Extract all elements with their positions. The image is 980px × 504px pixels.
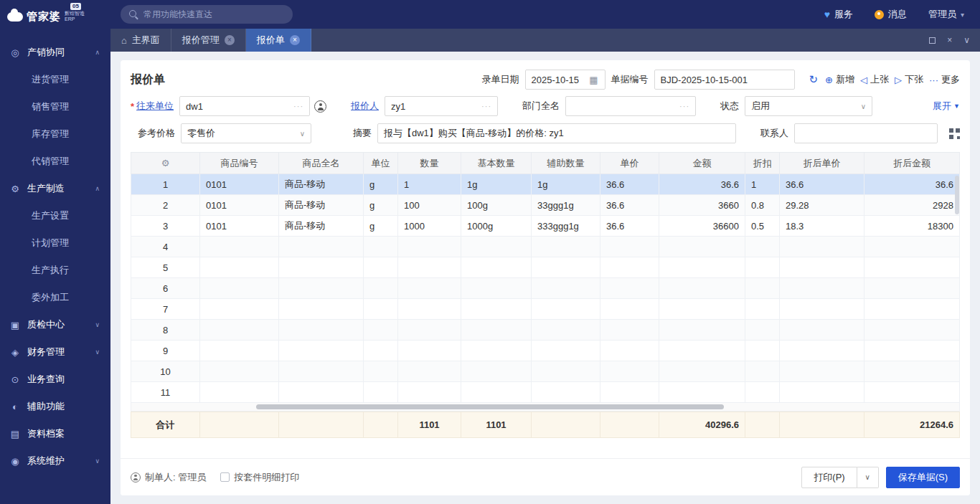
contact-input[interactable] (794, 123, 938, 143)
cell-no[interactable]: 9 (131, 341, 200, 361)
cell-price[interactable] (600, 341, 659, 361)
cell-disc_amount[interactable] (864, 341, 960, 361)
cell-name[interactable] (279, 361, 364, 382)
cell-aux_qty[interactable] (532, 237, 600, 257)
maximize-icon[interactable] (929, 37, 936, 44)
cell-price[interactable] (600, 299, 659, 320)
cell-name[interactable] (279, 299, 364, 320)
cell-no[interactable]: 5 (131, 257, 200, 278)
cell-no[interactable]: 2 (131, 195, 200, 216)
close-icon[interactable]: × (225, 35, 235, 45)
cell-base_qty[interactable]: 1g (461, 174, 532, 195)
cell-no[interactable]: 4 (131, 237, 200, 257)
cell-disc_price[interactable]: 18.3 (780, 216, 864, 237)
cell-name[interactable] (279, 278, 364, 299)
cell-discount[interactable] (745, 299, 780, 320)
cell-discount[interactable]: 0.5 (745, 216, 780, 237)
cell-unit[interactable]: g (364, 216, 398, 237)
next-record-button[interactable]: ▷下张 (895, 73, 923, 86)
cell-price[interactable] (600, 237, 659, 257)
cell-disc_amount[interactable] (864, 299, 960, 320)
ref-price-select[interactable]: 零售价 ∨ (181, 123, 311, 143)
cell-base_qty[interactable] (461, 320, 532, 341)
table-row-9[interactable]: 9 (131, 341, 960, 361)
cell-qty[interactable] (398, 237, 461, 257)
close-icon[interactable]: × (290, 35, 300, 45)
message-menu[interactable]: 消息 (875, 8, 907, 21)
cell-aux_qty[interactable]: 333ggg1g (532, 216, 600, 237)
cell-unit[interactable] (364, 382, 398, 403)
cell-code[interactable] (200, 341, 279, 361)
cell-amount[interactable] (659, 341, 745, 361)
sidebar-section-5[interactable]: ◐辅助功能 (0, 393, 110, 420)
cell-qty[interactable] (398, 361, 461, 382)
cell-base_qty[interactable] (461, 299, 532, 320)
table-row-1[interactable]: 10101商品-移动g11g1g36.636.6136.636.6 (131, 174, 960, 195)
cell-aux_qty[interactable] (532, 361, 600, 382)
cell-price[interactable] (600, 278, 659, 299)
cell-base_qty[interactable]: 100g (461, 195, 532, 216)
cell-disc_amount[interactable] (864, 361, 960, 382)
refresh-button[interactable]: ↻ (809, 73, 819, 86)
cell-disc_price[interactable] (780, 299, 864, 320)
cell-aux_qty[interactable] (532, 257, 600, 278)
cell-code[interactable]: 0101 (200, 174, 279, 195)
cell-amount[interactable]: 3660 (659, 195, 745, 216)
cell-disc_price[interactable] (780, 257, 864, 278)
sidebar-item-1-3[interactable]: 委外加工 (0, 284, 110, 311)
doc-no-input[interactable]: BJD-2025-10-15-001 (654, 70, 795, 90)
cell-aux_qty[interactable]: 1g (532, 174, 600, 195)
cell-unit[interactable] (364, 257, 398, 278)
horizontal-scrollbar[interactable] (131, 403, 960, 412)
cell-code[interactable] (200, 257, 279, 278)
checkbox-icon[interactable] (220, 472, 230, 482)
cell-base_qty[interactable] (461, 361, 532, 382)
more-button[interactable]: ···更多 (929, 73, 960, 86)
cell-discount[interactable] (745, 237, 780, 257)
cell-no[interactable]: 8 (131, 320, 200, 341)
cell-disc_amount[interactable]: 36.6 (864, 174, 960, 195)
table-row-2[interactable]: 20101商品-移动g100100g33ggg1g36.636600.829.2… (131, 195, 960, 216)
cell-aux_qty[interactable]: 33ggg1g (532, 195, 600, 216)
cell-price[interactable]: 36.6 (600, 216, 659, 237)
sidebar-section-0[interactable]: ◎产销协同∧ (0, 39, 110, 66)
calendar-icon[interactable]: ▦ (589, 75, 598, 85)
cell-qty[interactable]: 1 (398, 174, 461, 195)
cell-base_qty[interactable]: 1000g (461, 216, 532, 237)
sidebar-item-1-0[interactable]: 生产设置 (0, 202, 110, 229)
tab-0[interactable]: ⌂主界面 (110, 29, 171, 52)
cell-aux_qty[interactable] (532, 299, 600, 320)
print-button[interactable]: 打印(P) (801, 467, 857, 488)
cell-amount[interactable] (659, 361, 745, 382)
cell-code[interactable] (200, 278, 279, 299)
cell-base_qty[interactable] (461, 237, 532, 257)
cell-amount[interactable] (659, 320, 745, 341)
sidebar-item-0-2[interactable]: 库存管理 (0, 120, 110, 148)
cell-no[interactable]: 1 (131, 174, 200, 195)
cell-unit[interactable] (364, 299, 398, 320)
cell-disc_amount[interactable] (864, 278, 960, 299)
table-row-8[interactable]: 8 (131, 320, 960, 341)
cell-name[interactable]: 商品-移动 (279, 216, 364, 237)
sidebar-item-0-3[interactable]: 代销管理 (0, 148, 110, 175)
user-menu[interactable]: 管理员 ▾ (928, 8, 964, 21)
collapse-icon[interactable]: ∨ (963, 35, 970, 45)
cell-code[interactable] (200, 299, 279, 320)
sidebar-section-1[interactable]: ⚙生产制造∧ (0, 175, 110, 202)
cell-disc_amount[interactable]: 2928 (864, 195, 960, 216)
cell-amount[interactable]: 36.6 (659, 174, 745, 195)
cell-name[interactable] (279, 341, 364, 361)
cell-amount[interactable] (659, 237, 745, 257)
partner-label[interactable]: 往来单位 (136, 100, 174, 113)
person-icon[interactable] (314, 100, 326, 113)
cell-base_qty[interactable] (461, 257, 532, 278)
table-row-3[interactable]: 30101商品-移动g10001000g333ggg1g36.6366000.5… (131, 216, 960, 237)
cell-name[interactable] (279, 257, 364, 278)
record-date-input[interactable]: 2025-10-15 ▦ (525, 70, 606, 90)
cell-code[interactable] (200, 382, 279, 403)
prev-record-button[interactable]: ◁上张 (860, 73, 889, 86)
cell-price[interactable] (600, 361, 659, 382)
cell-disc_price[interactable] (780, 237, 864, 257)
status-select[interactable]: 启用 ∨ (745, 96, 872, 116)
cell-name[interactable]: 商品-移动 (279, 174, 364, 195)
